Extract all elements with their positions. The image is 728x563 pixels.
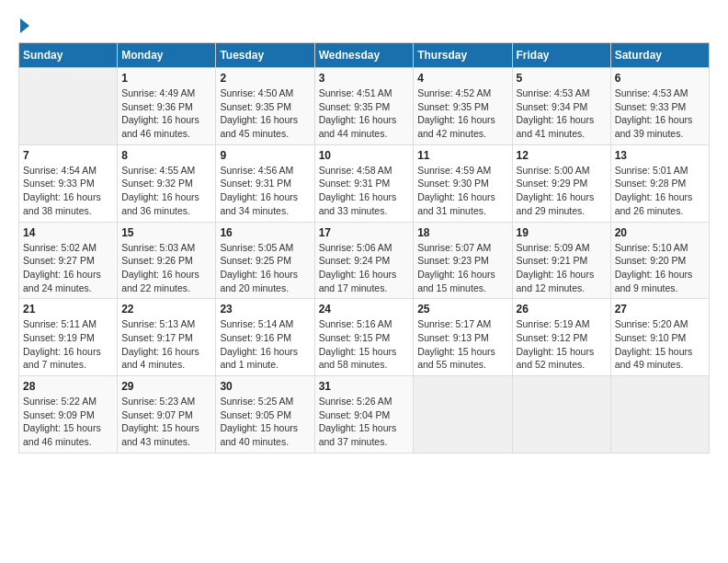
day-number: 5 <box>517 72 607 85</box>
day-info: Sunrise: 5:22 AMSunset: 9:09 PMDaylight:… <box>23 395 113 449</box>
calendar-cell: 19 Sunrise: 5:09 AMSunset: 9:21 PMDaylig… <box>512 222 610 299</box>
calendar-cell: 30 Sunrise: 5:25 AMSunset: 9:05 PMDaylig… <box>216 376 314 454</box>
day-info: Sunrise: 4:54 AMSunset: 9:33 PMDaylight:… <box>23 164 113 218</box>
calendar-cell: 21 Sunrise: 5:11 AMSunset: 9:19 PMDaylig… <box>19 299 118 376</box>
day-number: 12 <box>517 149 607 162</box>
day-info: Sunrise: 5:25 AMSunset: 9:05 PMDaylight:… <box>220 395 310 449</box>
calendar-cell: 8 Sunrise: 4:55 AMSunset: 9:32 PMDayligh… <box>118 144 216 222</box>
day-info: Sunrise: 5:05 AMSunset: 9:25 PMDaylight:… <box>220 241 310 295</box>
day-number: 25 <box>417 303 507 316</box>
day-info: Sunrise: 5:17 AMSunset: 9:13 PMDaylight:… <box>417 317 507 372</box>
calendar-cell: 3 Sunrise: 4:51 AMSunset: 9:35 PMDayligh… <box>314 68 414 145</box>
column-header-thursday: Thursday <box>414 43 512 68</box>
day-number: 27 <box>615 303 705 316</box>
day-info: Sunrise: 4:53 AMSunset: 9:33 PMDaylight:… <box>615 86 705 141</box>
day-info: Sunrise: 4:50 AMSunset: 9:35 PMDaylight:… <box>220 86 310 141</box>
calendar-cell: 17 Sunrise: 5:06 AMSunset: 9:24 PMDaylig… <box>314 222 414 299</box>
calendar-week-row: 1 Sunrise: 4:49 AMSunset: 9:36 PMDayligh… <box>19 68 710 145</box>
calendar-cell <box>19 68 118 145</box>
day-info: Sunrise: 5:02 AMSunset: 9:27 PMDaylight:… <box>23 241 113 295</box>
day-number: 4 <box>417 72 507 85</box>
day-number: 2 <box>220 72 310 85</box>
calendar-cell: 14 Sunrise: 5:02 AMSunset: 9:27 PMDaylig… <box>19 222 118 299</box>
day-number: 30 <box>220 380 310 393</box>
day-info: Sunrise: 5:09 AMSunset: 9:21 PMDaylight:… <box>517 241 607 295</box>
day-info: Sunrise: 5:23 AMSunset: 9:07 PMDaylight:… <box>121 395 211 449</box>
day-number: 26 <box>517 303 607 316</box>
day-number: 9 <box>220 149 310 162</box>
day-info: Sunrise: 4:56 AMSunset: 9:31 PMDaylight:… <box>220 164 310 218</box>
day-number: 18 <box>417 226 507 239</box>
calendar-cell: 7 Sunrise: 4:54 AMSunset: 9:33 PMDayligh… <box>19 144 118 222</box>
calendar-week-row: 28 Sunrise: 5:22 AMSunset: 9:09 PMDaylig… <box>19 376 710 454</box>
calendar-cell: 1 Sunrise: 4:49 AMSunset: 9:36 PMDayligh… <box>118 68 216 145</box>
calendar-week-row: 7 Sunrise: 4:54 AMSunset: 9:33 PMDayligh… <box>19 144 710 222</box>
calendar-week-row: 14 Sunrise: 5:02 AMSunset: 9:27 PMDaylig… <box>19 222 710 299</box>
calendar-cell: 27 Sunrise: 5:20 AMSunset: 9:10 PMDaylig… <box>610 299 709 376</box>
column-header-wednesday: Wednesday <box>314 43 414 68</box>
day-number: 24 <box>319 303 410 316</box>
calendar-cell <box>512 376 610 454</box>
calendar-cell: 15 Sunrise: 5:03 AMSunset: 9:26 PMDaylig… <box>118 222 216 299</box>
calendar-cell: 10 Sunrise: 4:58 AMSunset: 9:31 PMDaylig… <box>314 144 414 222</box>
day-info: Sunrise: 5:26 AMSunset: 9:04 PMDaylight:… <box>319 395 410 449</box>
calendar-cell: 13 Sunrise: 5:01 AMSunset: 9:28 PMDaylig… <box>610 144 709 222</box>
day-number: 13 <box>615 149 705 162</box>
day-number: 29 <box>121 380 211 393</box>
logo <box>18 18 29 33</box>
column-header-monday: Monday <box>118 43 216 68</box>
column-header-saturday: Saturday <box>610 43 709 68</box>
day-number: 17 <box>319 226 410 239</box>
day-info: Sunrise: 4:52 AMSunset: 9:35 PMDaylight:… <box>417 86 507 141</box>
day-number: 31 <box>319 380 410 393</box>
calendar-cell: 28 Sunrise: 5:22 AMSunset: 9:09 PMDaylig… <box>19 376 118 454</box>
day-number: 10 <box>319 149 410 162</box>
day-info: Sunrise: 5:13 AMSunset: 9:17 PMDaylight:… <box>121 317 211 372</box>
day-info: Sunrise: 4:51 AMSunset: 9:35 PMDaylight:… <box>319 86 410 141</box>
column-header-sunday: Sunday <box>19 43 118 68</box>
calendar-week-row: 21 Sunrise: 5:11 AMSunset: 9:19 PMDaylig… <box>19 299 710 376</box>
day-info: Sunrise: 5:11 AMSunset: 9:19 PMDaylight:… <box>23 317 113 372</box>
day-info: Sunrise: 5:14 AMSunset: 9:16 PMDaylight:… <box>220 317 310 372</box>
day-number: 15 <box>121 226 211 239</box>
column-header-friday: Friday <box>512 43 610 68</box>
calendar-cell: 5 Sunrise: 4:53 AMSunset: 9:34 PMDayligh… <box>512 68 610 145</box>
day-info: Sunrise: 5:19 AMSunset: 9:12 PMDaylight:… <box>517 317 607 372</box>
calendar-cell <box>610 376 709 454</box>
calendar-cell: 29 Sunrise: 5:23 AMSunset: 9:07 PMDaylig… <box>118 376 216 454</box>
day-number: 20 <box>615 226 705 239</box>
day-info: Sunrise: 5:06 AMSunset: 9:24 PMDaylight:… <box>319 241 410 295</box>
day-number: 16 <box>220 226 310 239</box>
calendar-header-row: SundayMondayTuesdayWednesdayThursdayFrid… <box>19 43 710 68</box>
day-info: Sunrise: 4:55 AMSunset: 9:32 PMDaylight:… <box>121 164 211 218</box>
day-info: Sunrise: 4:59 AMSunset: 9:30 PMDaylight:… <box>417 164 507 218</box>
day-number: 14 <box>23 226 113 239</box>
day-number: 28 <box>23 380 113 393</box>
day-info: Sunrise: 5:10 AMSunset: 9:20 PMDaylight:… <box>615 241 705 295</box>
day-number: 19 <box>517 226 607 239</box>
column-header-tuesday: Tuesday <box>216 43 314 68</box>
day-info: Sunrise: 5:00 AMSunset: 9:29 PMDaylight:… <box>517 164 607 218</box>
day-number: 3 <box>319 72 410 85</box>
calendar-cell: 12 Sunrise: 5:00 AMSunset: 9:29 PMDaylig… <box>512 144 610 222</box>
calendar-cell: 22 Sunrise: 5:13 AMSunset: 9:17 PMDaylig… <box>118 299 216 376</box>
calendar-cell: 2 Sunrise: 4:50 AMSunset: 9:35 PMDayligh… <box>216 68 314 145</box>
calendar-cell: 20 Sunrise: 5:10 AMSunset: 9:20 PMDaylig… <box>610 222 709 299</box>
calendar-cell: 23 Sunrise: 5:14 AMSunset: 9:16 PMDaylig… <box>216 299 314 376</box>
day-number: 6 <box>615 72 705 85</box>
calendar-cell: 26 Sunrise: 5:19 AMSunset: 9:12 PMDaylig… <box>512 299 610 376</box>
day-number: 11 <box>417 149 507 162</box>
day-number: 22 <box>121 303 211 316</box>
day-info: Sunrise: 5:03 AMSunset: 9:26 PMDaylight:… <box>121 241 211 295</box>
day-info: Sunrise: 5:16 AMSunset: 9:15 PMDaylight:… <box>319 317 410 372</box>
calendar-cell: 6 Sunrise: 4:53 AMSunset: 9:33 PMDayligh… <box>610 68 709 145</box>
day-info: Sunrise: 5:20 AMSunset: 9:10 PMDaylight:… <box>615 317 705 372</box>
calendar-cell <box>414 376 512 454</box>
calendar-cell: 25 Sunrise: 5:17 AMSunset: 9:13 PMDaylig… <box>414 299 512 376</box>
calendar-cell: 31 Sunrise: 5:26 AMSunset: 9:04 PMDaylig… <box>314 376 414 454</box>
page-header <box>18 18 710 33</box>
calendar-cell: 18 Sunrise: 5:07 AMSunset: 9:23 PMDaylig… <box>414 222 512 299</box>
day-number: 23 <box>220 303 310 316</box>
day-info: Sunrise: 4:58 AMSunset: 9:31 PMDaylight:… <box>319 164 410 218</box>
calendar-cell: 11 Sunrise: 4:59 AMSunset: 9:30 PMDaylig… <box>414 144 512 222</box>
